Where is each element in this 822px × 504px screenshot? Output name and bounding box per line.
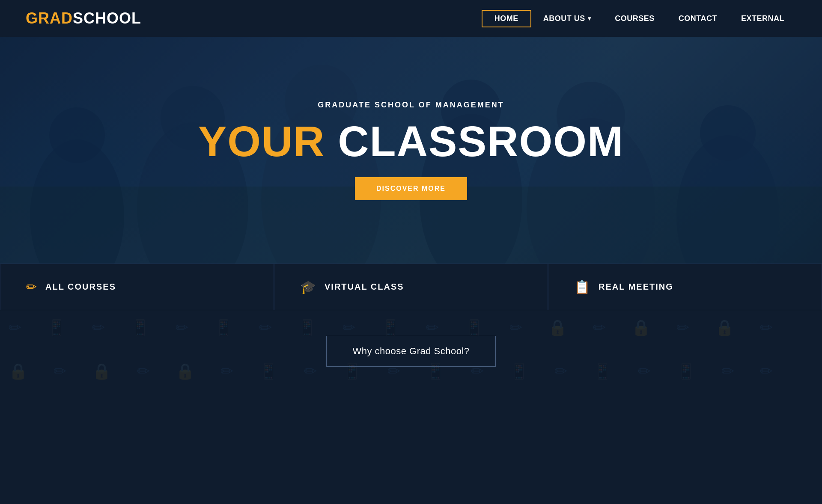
- hero-title-your: YOUR: [198, 117, 325, 165]
- pencil-icon: ✏: [26, 279, 37, 294]
- lower-section: ✏📱✏📱✏📱✏📱✏📱✏📱✏ 🔒✏🔒✏🔒✏🔒✏🔒✏🔒✏ 📱✏📱✏📱✏📱✏📱✏📱✏ …: [0, 310, 822, 396]
- hero-title: YOUR CLASSROOM: [198, 120, 624, 163]
- feature-virtual-class[interactable]: 🎓 VIRTUAL CLASS: [274, 264, 548, 310]
- nav-item-external[interactable]: EXTERNAL: [729, 11, 796, 27]
- logo-grad: GRAD: [26, 9, 73, 27]
- discover-more-button[interactable]: DISCOVER MORE: [355, 177, 467, 200]
- feature-virtual-class-label: VIRTUAL CLASS: [325, 282, 404, 292]
- nav-item-about[interactable]: ABOUT US: [531, 11, 603, 27]
- feature-all-courses[interactable]: ✏ ALL COURSES: [0, 264, 274, 310]
- feature-real-meeting-label: REAL MEETING: [599, 282, 673, 292]
- feature-real-meeting[interactable]: 📋 REAL MEETING: [548, 264, 822, 310]
- hero-content: GRADUATE SCHOOL OF MANAGEMENT YOUR CLASS…: [198, 101, 624, 200]
- graduation-icon: 🎓: [300, 279, 316, 294]
- logo[interactable]: GRAD SCHOOL: [26, 9, 141, 27]
- feature-all-courses-label: ALL COURSES: [45, 282, 116, 292]
- hero-title-classroom: CLASSROOM: [325, 117, 624, 165]
- logo-school: SCHOOL: [73, 9, 141, 27]
- notebook-icon: 📋: [574, 279, 590, 294]
- nav-item-courses[interactable]: COURSES: [603, 11, 667, 27]
- nav-item-home[interactable]: HOME: [482, 10, 531, 27]
- main-nav: HOME ABOUT US COURSES CONTACT EXTERNAL: [482, 10, 796, 27]
- nav-item-contact[interactable]: CONTACT: [667, 11, 729, 27]
- hero-subtitle: GRADUATE SCHOOL OF MANAGEMENT: [318, 101, 504, 110]
- hero-section: GRADUATE SCHOOL OF MANAGEMENT YOUR CLASS…: [0, 37, 822, 264]
- why-choose-button[interactable]: Why choose Grad School?: [326, 336, 495, 367]
- features-bar: ✏ ALL COURSES 🎓 VIRTUAL CLASS 📋 REAL MEE…: [0, 264, 822, 310]
- header: GRAD SCHOOL HOME ABOUT US COURSES CONTAC…: [0, 0, 822, 37]
